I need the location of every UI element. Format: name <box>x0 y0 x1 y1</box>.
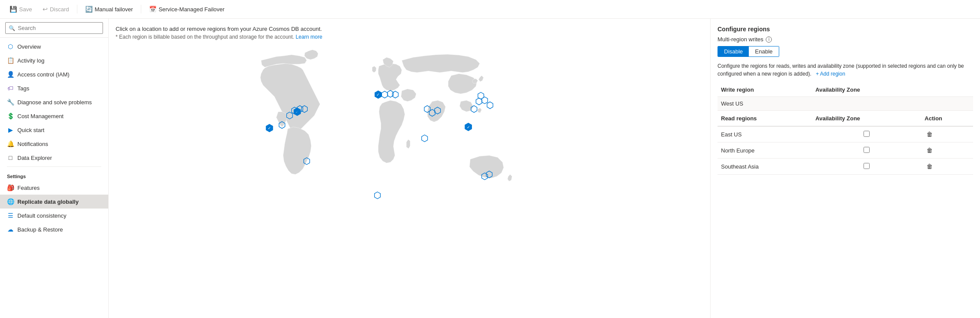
north-europe-delete-button[interactable]: 🗑 <box>925 146 934 155</box>
toolbar-separator-2 <box>141 5 141 13</box>
read-region-east-us: East US <box>718 126 812 142</box>
sidebar-item-label: Notifications <box>17 141 48 147</box>
map-container: ✓ ✓ ✓ ✓ <box>116 45 703 229</box>
map-description: Click on a location to add or remove reg… <box>116 26 703 32</box>
sidebar-nav: ⬡ Overview 📋 Activity log 👤 Access contr… <box>0 38 108 318</box>
write-region-name: West US <box>718 97 812 111</box>
sidebar-item-data-explorer[interactable]: □ Data Explorer <box>0 151 108 165</box>
table-row: Southeast Asia 🗑 <box>718 159 973 175</box>
features-icon: 🎒 <box>7 184 14 191</box>
toolbar: 💾 Save ↩ Discard 🔄 Manual failover 📅 Ser… <box>0 0 980 19</box>
action-placeholder-header <box>921 83 973 97</box>
east-us-az-checkbox[interactable] <box>864 131 870 137</box>
enable-toggle[interactable]: Enable <box>749 46 778 56</box>
sidebar-search-container: 🔍 <box>0 19 108 38</box>
sidebar-item-activity-log[interactable]: 📋 Activity log <box>0 53 108 67</box>
southeast-asia-delete-button[interactable]: 🗑 <box>925 162 934 171</box>
sidebar-item-features[interactable]: 🎒 Features <box>0 181 108 195</box>
search-wrap: 🔍 <box>5 22 103 34</box>
east-us-delete-button[interactable]: 🗑 <box>925 130 934 139</box>
write-region-action <box>921 97 973 111</box>
add-region-link[interactable]: + Add region <box>816 71 845 77</box>
north-europe-az-cell <box>812 142 921 159</box>
map-note: * Each region is billable based on the t… <box>116 34 703 40</box>
settings-section-title: Settings <box>0 169 108 181</box>
sidebar-item-label: Overview <box>17 43 41 50</box>
notifications-icon: 🔔 <box>7 140 14 147</box>
availability-zone-header: Availability Zone <box>812 83 921 97</box>
nav-divider <box>7 166 101 167</box>
activity-log-icon: 📋 <box>7 57 14 64</box>
map-point-west-europe[interactable] <box>382 91 388 98</box>
regions-table: Write region Availability Zone West US R… <box>718 83 973 175</box>
map-point-west-us[interactable]: ✓ <box>266 124 272 132</box>
southeast-asia-az-cell <box>812 159 921 175</box>
read-regions-az-header: Availability Zone <box>812 111 921 126</box>
map-point-southeast-asia[interactable]: ✓ <box>465 123 472 131</box>
failover-icon: 🔄 <box>85 6 93 13</box>
east-us-action-cell: 🗑 <box>921 126 973 142</box>
sidebar-item-notifications[interactable]: 🔔 Notifications <box>0 137 108 151</box>
sidebar-item-cost-management[interactable]: 💲 Cost Management <box>0 109 108 123</box>
sidebar-item-label: Default consistency <box>17 212 66 219</box>
data-explorer-icon: □ <box>7 154 14 161</box>
read-regions-header: Read regions <box>718 111 812 126</box>
sidebar-item-replicate-data[interactable]: 🌐 Replicate data globally <box>0 195 108 209</box>
learn-more-link[interactable]: Learn more <box>296 34 322 40</box>
sidebar-item-access-control[interactable]: 👤 Access control (IAM) <box>0 67 108 81</box>
quick-start-icon: ▶ <box>7 126 14 133</box>
svg-marker-26 <box>375 192 381 199</box>
map-point-south-africa[interactable] <box>375 192 381 199</box>
info-icon: i <box>766 36 772 43</box>
map-point-north-europe[interactable]: ✓ <box>375 91 382 99</box>
sidebar-item-backup-restore[interactable]: ☁ Backup & Restore <box>0 222 108 236</box>
map-point-japan[interactable] <box>487 102 493 109</box>
southeast-asia-action-cell: 🗑 <box>921 159 973 175</box>
search-icon: 🔍 <box>9 25 15 31</box>
svg-text:✓: ✓ <box>376 93 380 97</box>
config-description: Configure the regions for reads, writes … <box>718 62 973 78</box>
write-region-az <box>812 97 921 111</box>
table-row: North Europe 🗑 <box>718 142 973 159</box>
discard-button[interactable]: ↩ Discard <box>38 3 73 15</box>
disable-toggle[interactable]: Disable <box>718 46 749 56</box>
north-europe-az-checkbox[interactable] <box>864 147 870 153</box>
southeast-asia-az-checkbox[interactable] <box>864 163 870 169</box>
map-point-korea[interactable] <box>478 93 484 99</box>
backup-restore-icon: ☁ <box>7 226 14 233</box>
svg-marker-28 <box>478 93 484 99</box>
svg-marker-21 <box>487 102 493 109</box>
sidebar-item-label: Quick start <box>17 127 44 133</box>
multi-region-label-row: Multi-region writes i <box>718 36 973 43</box>
map-point-east-us[interactable]: ✓ <box>294 108 300 116</box>
svg-marker-27 <box>422 135 428 142</box>
sidebar-item-tags[interactable]: 🏷 Tags <box>0 81 108 95</box>
read-regions-action-header: Action <box>921 111 973 126</box>
save-button[interactable]: 💾 Save <box>5 3 37 15</box>
cost-management-icon: 💲 <box>7 113 14 119</box>
toggle-group: Disable Enable <box>718 46 779 57</box>
diagnose-icon: 🔧 <box>7 99 14 106</box>
sidebar-item-label: Diagnose and solve problems <box>17 99 92 106</box>
sidebar-item-label: Tags <box>17 85 29 92</box>
sidebar-item-label: Features <box>17 185 40 191</box>
world-map[interactable]: ✓ ✓ ✓ ✓ <box>116 45 703 228</box>
map-area: Click on a location to add or remove reg… <box>109 19 711 318</box>
overview-icon: ⬡ <box>7 43 14 50</box>
svg-text:✓: ✓ <box>467 125 470 129</box>
map-point-uae[interactable] <box>422 135 428 142</box>
sidebar-item-overview[interactable]: ⬡ Overview <box>0 40 108 53</box>
sidebar-item-default-consistency[interactable]: ☰ Default consistency <box>0 209 108 222</box>
service-managed-failover-button[interactable]: 📅 Service-Managed Failover <box>145 3 229 15</box>
sidebar-item-quick-start[interactable]: ▶ Quick start <box>0 123 108 137</box>
replicate-data-icon: 🌐 <box>7 198 14 205</box>
discard-icon: ↩ <box>43 6 48 13</box>
north-europe-action-cell: 🗑 <box>921 142 973 159</box>
default-consistency-icon: ☰ <box>7 212 14 219</box>
sidebar-item-label: Cost Management <box>17 113 63 119</box>
main-layout: 🔍 ⬡ Overview 📋 Activity log 👤 Access con… <box>0 19 980 318</box>
sidebar-item-diagnose[interactable]: 🔧 Diagnose and solve problems <box>0 95 108 109</box>
manual-failover-button[interactable]: 🔄 Manual failover <box>81 3 137 15</box>
search-input[interactable] <box>5 22 103 34</box>
sidebar-item-label: Activity log <box>17 57 44 64</box>
